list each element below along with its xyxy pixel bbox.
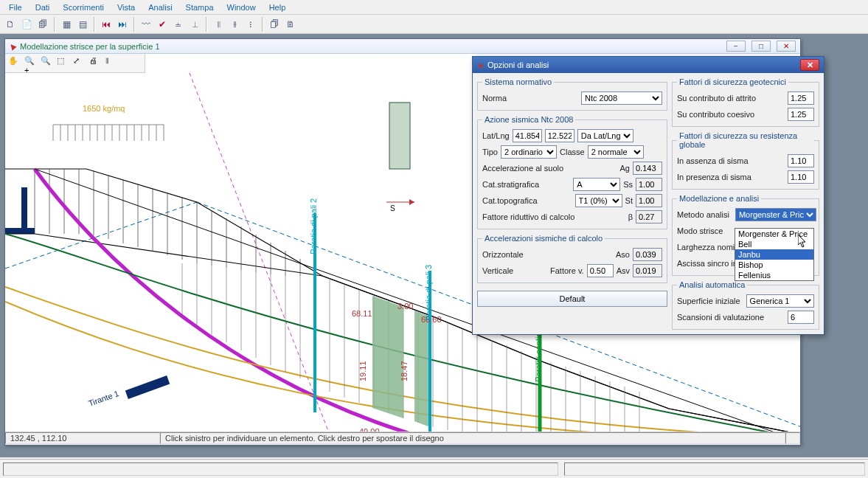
group-fsg: Fattori di sicurezza geotecnici Su contr… (672, 77, 819, 127)
menu-scorrimenti[interactable]: Scorrimenti (57, 1, 110, 13)
app-status-bar (0, 459, 868, 478)
svg-line-1 (5, 202, 197, 269)
svg-text:3.00: 3.00 (397, 302, 413, 311)
lng-input[interactable] (545, 129, 574, 142)
print-icon[interactable]: 🖨 (89, 56, 104, 71)
dialog-arrow-icon (476, 61, 484, 68)
toolbar-separator (262, 17, 263, 32)
toolbar-separator (206, 17, 207, 32)
latlng-src-select[interactable]: Da Lat/Lng (577, 129, 633, 142)
classe-select[interactable]: 2 normale (588, 145, 644, 159)
hand-icon[interactable]: ✋ (8, 56, 23, 71)
st-label: St (625, 196, 633, 205)
slider3-icon[interactable]: ⫶ (243, 17, 258, 32)
status-coords: 132.45 , 112.10 (5, 432, 160, 444)
status-box-2 (564, 463, 865, 476)
last-icon[interactable]: ⏭ (115, 17, 130, 32)
group-accel: Accelerazioni sismiche di calcolo Orizzo… (477, 234, 667, 283)
menu-stampa[interactable]: Stampa (180, 1, 220, 13)
title-arrow-icon (8, 42, 16, 50)
zoom-lens-icon[interactable]: 🔍 (41, 56, 55, 71)
metodo-opt-3[interactable]: Bishop (735, 260, 813, 270)
min-button[interactable]: − (726, 41, 746, 52)
mouse-cursor-icon (798, 235, 808, 248)
child-title-text: Modellazione strisce per la superficie 1 (20, 42, 160, 51)
copy-icon[interactable]: 🗍 (267, 17, 282, 32)
legend-accel: Accelerazioni sismiche di calcolo (482, 234, 605, 243)
zoom-in-icon[interactable]: 🔍+ (24, 56, 39, 71)
con-input[interactable] (788, 170, 814, 184)
menu-vista[interactable]: Vista (111, 1, 141, 13)
coesivo-input[interactable] (788, 108, 814, 121)
con-label: In presenza di sisma (677, 173, 751, 181)
paste-icon[interactable]: 🗎 (283, 17, 298, 32)
legend-model: Modellazione e analisi (677, 194, 761, 203)
b-label: β (628, 212, 633, 221)
vert-label: Verticale (482, 266, 513, 275)
grid1-icon[interactable]: ▦ (59, 17, 74, 32)
menu-window[interactable]: Window (221, 1, 262, 13)
metodo-opt-2[interactable]: Janbu (735, 249, 813, 260)
surf-select[interactable]: Generica 1 (746, 294, 814, 308)
legend-azione: Azione sismica Ntc 2008 (482, 115, 575, 124)
legend-auto: Analisi automatica (677, 280, 747, 289)
dialog-close-button[interactable]: ✕ (800, 59, 819, 71)
grid2-icon[interactable]: ▤ (75, 17, 90, 32)
svg-text:49.00: 49.00 (359, 427, 380, 432)
legend-fsg: Fattori di sicurezza geotecnici (677, 77, 788, 86)
menu-file[interactable]: File (3, 1, 28, 13)
pali2-label: Paratia di pali 2 (309, 198, 318, 254)
curve-icon[interactable]: 〰 (139, 17, 153, 32)
catstrat-select[interactable]: A (573, 178, 620, 191)
bars-icon[interactable]: ⟂ (187, 17, 202, 32)
mdi-area: Modellazione strisce per la superficie 1… (0, 34, 868, 457)
slider1-icon[interactable]: ⫴ (211, 17, 226, 32)
default-button[interactable]: Default (477, 291, 667, 307)
senza-input[interactable] (788, 154, 814, 167)
slider2-icon[interactable]: ⫵ (227, 17, 242, 32)
first-icon[interactable]: ⏮ (99, 17, 114, 32)
norma-select[interactable]: Ntc 2008 (581, 91, 662, 105)
oriz-label: Orizzontale (482, 250, 524, 259)
group-azione: Azione sismica Ntc 2008 Lat/Lng Da Lat/L… (477, 115, 667, 229)
zoom-area-icon[interactable]: ⬚ (57, 56, 72, 71)
cattopo-select[interactable]: T1 (0%) (575, 194, 622, 207)
status-box-1 (3, 463, 558, 476)
new-icon[interactable]: 🗋 (3, 17, 18, 32)
fv-input[interactable] (587, 264, 614, 277)
attrito-label: Su contributo di attrito (677, 94, 756, 103)
max-button[interactable]: □ (751, 41, 771, 52)
lat-input[interactable] (513, 129, 542, 142)
svg-marker-3 (5, 187, 35, 234)
open-icon[interactable]: 📄 (19, 17, 34, 32)
tipo-select[interactable]: 2 ordinario (501, 145, 557, 159)
menu-dati[interactable]: Dati (29, 1, 56, 13)
attrito-input[interactable] (788, 91, 814, 105)
tipo-label: Tipo (482, 148, 498, 156)
toolbar-separator (94, 17, 95, 32)
menu-bar: File Dati Scorrimenti Vista Analisi Stam… (0, 0, 868, 15)
save-icon[interactable]: 🗐 (35, 17, 50, 32)
toolbar-separator (54, 17, 55, 32)
close-button[interactable]: ✕ (777, 41, 796, 52)
menu-analisi[interactable]: Analisi (142, 1, 178, 13)
cattopo-label: Cat.topografica (482, 196, 538, 205)
legend-fsr: Fattori di sicurezza su resistenza globa… (677, 131, 814, 149)
metodo-select[interactable]: Morgenster & Price (735, 208, 816, 221)
pali3-label: Paratia di pali 3 (424, 265, 433, 321)
svg-rect-61 (125, 375, 170, 399)
menu-help[interactable]: Help (263, 1, 292, 13)
b-input (636, 210, 662, 224)
ss-input (636, 178, 662, 191)
sliders-icon[interactable]: ⫴ (105, 56, 120, 71)
child-titlebar[interactable]: Modellazione strisce per la superficie 1… (5, 39, 800, 54)
metodo-opt-4[interactable]: Fellenius (735, 270, 813, 280)
dialog-titlebar[interactable]: Opzioni di analisi ✕ (473, 57, 824, 73)
canvas-toolbar: ✋ 🔍+ 🔍 ⬚ ⤢ 🖨 ⫴ (5, 54, 145, 73)
check-icon[interactable]: ✔ (155, 17, 170, 32)
norma-label: Norma (482, 94, 507, 103)
scan-input[interactable] (788, 311, 814, 324)
chart-icon[interactable]: ⫨ (171, 17, 186, 32)
zoom-fit-icon[interactable]: ⤢ (73, 56, 88, 71)
load-label: 1650 kg/mq (83, 104, 125, 113)
